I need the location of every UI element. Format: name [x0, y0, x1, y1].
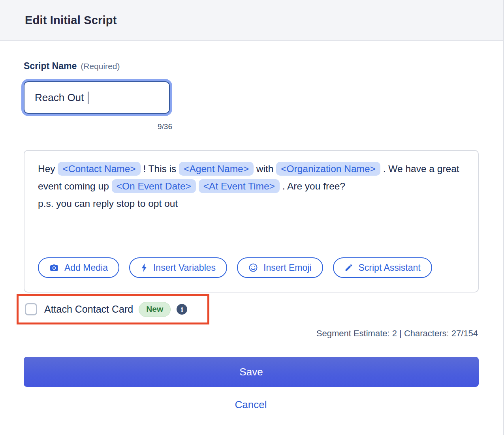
modal-body: Script Name (Required) 9/36 Hey <Contact…	[0, 61, 503, 411]
script-name-char-count: 9/36	[24, 122, 172, 131]
new-badge: New	[139, 302, 171, 317]
cancel-row: Cancel	[24, 399, 478, 411]
lightning-icon	[141, 263, 148, 272]
insert-emoji-label: Insert Emoji	[263, 262, 311, 273]
text-cursor	[88, 92, 88, 104]
variable-pill[interactable]: <On Event Date>	[112, 179, 196, 193]
add-media-button[interactable]: Add Media	[38, 257, 119, 278]
insert-emoji-button[interactable]: Insert Emoji	[237, 257, 323, 278]
message-text-segment: ! This is	[141, 163, 179, 174]
script-name-label: Script Name	[24, 61, 77, 71]
attach-contact-card-highlight: Attach Contact Card New i	[17, 294, 209, 324]
insert-variables-label: Insert Variables	[153, 262, 216, 273]
script-assistant-button[interactable]: Script Assistant	[333, 257, 432, 278]
cancel-link[interactable]: Cancel	[235, 399, 267, 411]
message-text-segment: p.s. you can reply stop to opt out	[38, 198, 178, 209]
pencil-icon	[344, 263, 353, 272]
variable-pill[interactable]: <Agent Name>	[179, 162, 254, 176]
variable-pill[interactable]: <Contact Name>	[58, 162, 140, 176]
message-text-segment: with	[254, 163, 276, 174]
attach-contact-card-checkbox[interactable]	[25, 303, 37, 315]
variable-pill[interactable]: <At Event Time>	[199, 179, 280, 193]
add-media-label: Add Media	[64, 262, 108, 273]
modal-header: Edit Initial Script	[0, 0, 503, 41]
variable-pill[interactable]: <Organization Name>	[276, 162, 380, 176]
script-message-editor[interactable]: Hey <Contact Name> ! This is <Agent Name…	[24, 150, 479, 292]
camera-icon	[49, 263, 59, 272]
script-name-input[interactable]	[24, 81, 170, 114]
save-button[interactable]: Save	[24, 357, 479, 387]
required-hint: (Required)	[81, 62, 120, 71]
script-name-input-wrap	[24, 81, 170, 114]
message-text-segment: Hey	[38, 163, 58, 174]
smiley-icon	[248, 263, 258, 272]
info-icon[interactable]: i	[177, 304, 187, 315]
script-assistant-label: Script Assistant	[359, 262, 421, 273]
attach-contact-card-label: Attach Contact Card	[44, 304, 133, 315]
insert-variables-button[interactable]: Insert Variables	[129, 257, 227, 278]
message-text-segment: . Are you free?	[280, 181, 345, 191]
message-text[interactable]: Hey <Contact Name> ! This is <Agent Name…	[38, 160, 465, 212]
page-title: Edit Initial Script	[25, 14, 117, 27]
message-text-segment	[196, 181, 199, 191]
segment-character-stats: Segment Estimate: 2 | Characters: 27/154	[24, 328, 478, 339]
script-name-label-row: Script Name (Required)	[24, 61, 478, 71]
editor-toolbar: Add Media Insert Variables	[38, 257, 465, 278]
edit-initial-script-modal: Edit Initial Script Script Name (Require…	[0, 0, 504, 435]
